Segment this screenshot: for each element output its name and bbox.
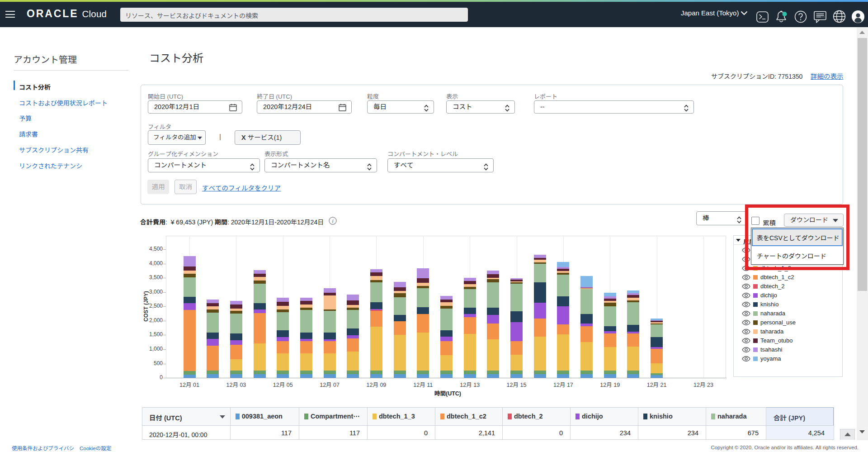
svg-text:i: i bbox=[332, 218, 333, 224]
